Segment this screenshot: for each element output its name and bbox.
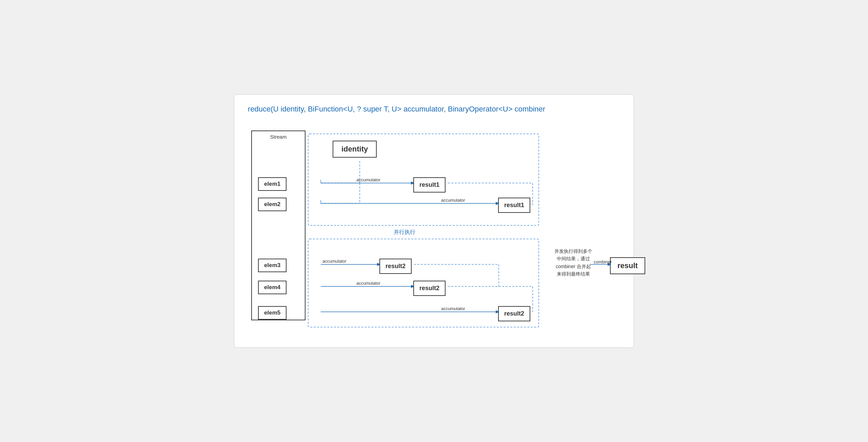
- final-result-box: result: [610, 257, 645, 274]
- identity-box: identity: [333, 141, 377, 158]
- elem2-box: elem2: [258, 198, 287, 211]
- result1-top-box: result1: [413, 177, 446, 193]
- accumulator-label-5: accumulator: [441, 306, 465, 311]
- elem5-box: elem5: [258, 306, 287, 320]
- accumulator-label-1: accumulator: [356, 177, 380, 182]
- page-title: reduce(U identity, BiFunction<U, ? super…: [248, 105, 620, 114]
- result2-bottom-box: result2: [498, 306, 530, 321]
- accumulator-label-4: accumulator: [356, 281, 380, 286]
- elem4-box: elem4: [258, 281, 287, 294]
- accumulator-label-3: accumulator: [322, 259, 347, 264]
- combiner-label: combiner: [594, 259, 612, 264]
- elem3-box: elem3: [258, 259, 287, 272]
- result2-mid-box: result2: [413, 281, 446, 296]
- result2-left-box: result2: [379, 259, 412, 274]
- accumulator-label-2: accumulator: [441, 198, 465, 203]
- stream-label: Stream: [252, 134, 305, 140]
- page-container: reduce(U identity, BiFunction<U, ? super…: [234, 94, 634, 348]
- result1-right-box: result1: [498, 198, 530, 213]
- parallel-label: 并行执行: [394, 229, 415, 236]
- elem1-box: elem1: [258, 177, 287, 191]
- diagram: Stream elem1 elem2 elem3 elem4 elem5 ide…: [248, 124, 620, 334]
